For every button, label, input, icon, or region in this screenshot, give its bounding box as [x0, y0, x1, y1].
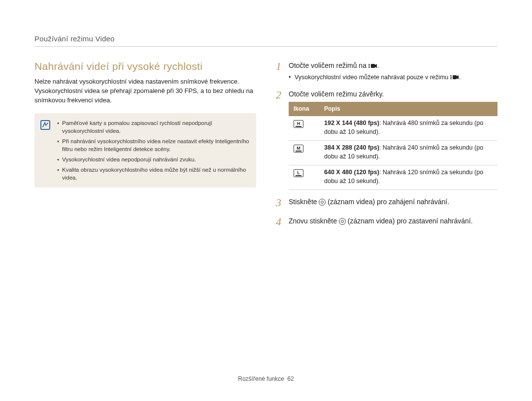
note-list: Paměťové karty s pomalou zapisovací rych…: [57, 119, 249, 182]
footer-page: 62: [287, 375, 294, 382]
page-header: Používání režimu Video: [34, 34, 498, 47]
note-item: Vysokorychlostní videa nepodporují nahrá…: [57, 155, 249, 163]
step-3: 3 Stiskněte (záznam videa) pro zahájení …: [276, 197, 498, 209]
step-1: 1 Otočte voličem režimů na . Vysokorychl…: [276, 61, 498, 82]
th-ikona: Ikona: [289, 102, 319, 116]
step-sub-post: .: [459, 74, 461, 81]
step-number: 2: [276, 89, 289, 190]
record-button-icon: [339, 218, 346, 225]
note-box: Paměťové karty s pomalou zapisovací rych…: [34, 113, 256, 188]
size-m-icon: M: [294, 145, 303, 153]
step-body: Stiskněte (záznam videa) pro zahájení na…: [289, 197, 498, 209]
svg-rect-1: [453, 75, 457, 79]
high-speed-camcorder-icon: [368, 61, 377, 66]
step-text-mid: (záznam videa) pro zastavení nahrávání.: [346, 217, 473, 225]
record-button-icon: [319, 199, 326, 206]
step-body: Otočte voličem režimů na . Vysokorychlos…: [289, 61, 498, 82]
table-row: M 384 X 288 (240 fps): Nahrává 240 snímk…: [289, 141, 498, 165]
note-item: Kvalita obrazu vysokorychlostního videa …: [57, 166, 249, 182]
size-h-icon: H: [294, 120, 303, 128]
table-cell: 192 X 144 (480 fps): Nahrává 480 snímků …: [319, 116, 498, 141]
table-row: H 192 X 144 (480 fps): Nahrává 480 snímk…: [289, 116, 498, 141]
left-column: Nahrávání videí při vysoké rychlosti Nel…: [34, 61, 256, 235]
table-cell: 384 X 288 (240 fps): Nahrává 240 snímků …: [319, 141, 498, 165]
note-item: Paměťové karty s pomalou zapisovací rych…: [57, 119, 249, 135]
step-body: Otočte voličem režimu závěrky. Ikona Pop…: [289, 89, 498, 190]
section-title: Nahrávání videí při vysoké rychlosti: [34, 61, 256, 72]
step-text-mid: (záznam videa) pro zahájení nahrávání.: [326, 198, 449, 206]
table-cell: 640 X 480 (120 fps): Nahrává 120 snímků …: [319, 165, 498, 190]
svg-rect-0: [371, 64, 375, 68]
step-sub-item: Vysokorychlostní video můžete nahrávat p…: [289, 73, 498, 82]
intro-paragraph: Nelze nahrávat vysokorychlostní videa na…: [34, 77, 256, 105]
th-popis: Popis: [319, 102, 498, 116]
spec-bold: 384 X 288 (240 fps): [324, 144, 379, 151]
right-column: 1 Otočte voličem režimů na . Vysokorychl…: [276, 61, 498, 235]
step-number: 4: [276, 216, 289, 228]
step-number: 3: [276, 197, 289, 209]
step-text: Otočte voličem režimů na: [289, 62, 368, 69]
note-icon: [40, 120, 50, 130]
spec-bold: 640 X 480 (120 fps): [324, 169, 379, 176]
spec-bold: 192 X 144 (480 fps): [324, 120, 379, 126]
high-speed-camcorder-icon: [450, 74, 459, 79]
step-sub-text: Vysokorychlostní video můžete nahrávat p…: [295, 74, 450, 81]
icon-letter: H: [297, 121, 300, 126]
icon-letter: L: [297, 170, 300, 175]
header-text: Používání režimu Video: [34, 34, 115, 43]
step-text: Otočte voličem režimu závěrky.: [289, 90, 384, 98]
step-body: Znovu stiskněte (záznam videa) pro zasta…: [289, 216, 498, 228]
spec-table: Ikona Popis H 192 X 144 (480 fps): Nahrá…: [289, 102, 498, 190]
step-text: Znovu stiskněte: [289, 217, 339, 225]
page-footer: Rozšířené funkce 62: [0, 375, 532, 382]
footer-label: Rozšířené funkce: [238, 375, 284, 382]
step-2: 2 Otočte voličem režimu závěrky. Ikona P…: [276, 89, 498, 190]
note-item: Při nahrávání vysokorychlostního videa n…: [57, 137, 249, 153]
step-text-post: .: [377, 62, 379, 69]
icon-letter: M: [297, 146, 300, 151]
size-l-icon: L: [294, 169, 303, 177]
step-4: 4 Znovu stiskněte (záznam videa) pro zas…: [276, 216, 498, 228]
step-text: Stiskněte: [289, 198, 319, 206]
step-number: 1: [276, 61, 289, 82]
table-row: L 640 X 480 (120 fps): Nahrává 120 snímk…: [289, 165, 498, 190]
